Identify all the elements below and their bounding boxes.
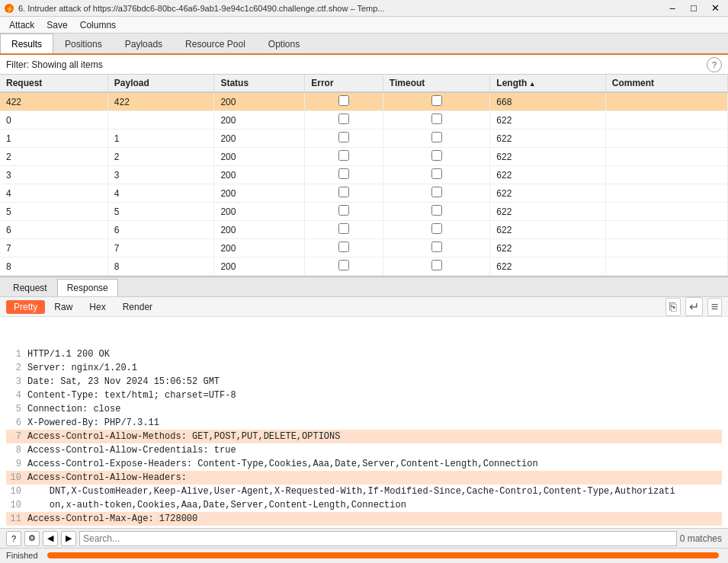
cell-timeout[interactable] — [383, 92, 489, 111]
tab-results[interactable]: Results — [0, 34, 53, 53]
cell-length: 622 — [490, 166, 605, 184]
table-row[interactable]: 3 3 200 622 — [0, 166, 728, 184]
cell-comment — [605, 221, 727, 239]
cell-error[interactable] — [305, 258, 383, 276]
table-row[interactable]: 2 2 200 622 — [0, 148, 728, 166]
cell-payload: 4 — [107, 184, 214, 203]
col-error[interactable]: Error — [305, 75, 383, 92]
table-row[interactable]: 5 5 200 622 — [0, 203, 728, 221]
cell-timeout[interactable] — [383, 221, 489, 239]
cell-timeout[interactable] — [383, 148, 489, 166]
table-row[interactable]: 422 422 200 668 — [0, 92, 728, 111]
cell-error[interactable] — [305, 148, 383, 166]
svg-text:⚡: ⚡ — [5, 5, 14, 14]
filter-help-button[interactable]: ? — [707, 57, 722, 72]
table-row[interactable]: 1 1 200 622 — [0, 130, 728, 148]
help-button[interactable]: ? — [6, 531, 21, 546]
table-row[interactable]: 8 8 200 622 — [0, 258, 728, 276]
line-content: Access-Control-Allow-Credentials: true — [27, 443, 722, 457]
cell-length: 622 — [490, 239, 605, 258]
cell-timeout[interactable] — [383, 258, 489, 276]
cell-status: 200 — [214, 221, 305, 239]
cell-timeout[interactable] — [383, 203, 489, 221]
back-button[interactable]: ◀ — [43, 531, 58, 546]
copy-tool-icon[interactable]: ⎘ — [665, 298, 681, 316]
cell-payload — [107, 111, 214, 130]
tab-options[interactable]: Options — [257, 34, 311, 53]
minimize-button[interactable]: – — [662, 2, 682, 15]
col-request[interactable]: Request — [0, 75, 107, 92]
menu-columns[interactable]: Columns — [74, 18, 122, 32]
cell-length: 622 — [490, 221, 605, 239]
cell-payload: 5 — [107, 203, 214, 221]
line-content: Access-Control-Max-Age: 1728000 — [27, 512, 722, 526]
tab-request[interactable]: Request — [3, 279, 57, 296]
cell-timeout[interactable] — [383, 130, 489, 148]
cell-timeout[interactable] — [383, 111, 489, 130]
col-payload[interactable]: Payload — [107, 75, 214, 92]
forward-button[interactable]: ▶ — [61, 531, 76, 546]
col-status[interactable]: Status — [214, 75, 305, 92]
col-length[interactable]: Length — [490, 75, 605, 92]
subtab-raw[interactable]: Raw — [47, 300, 80, 314]
cell-error[interactable] — [305, 92, 383, 111]
filterbar: Filter: Showing all items ? — [0, 55, 728, 75]
wrap-tool-icon[interactable]: ↵ — [685, 297, 703, 316]
tab-resource-pool[interactable]: Resource Pool — [174, 34, 257, 53]
subtab-render[interactable]: Render — [115, 300, 160, 314]
cell-error[interactable] — [305, 203, 383, 221]
subtab-pretty[interactable]: Pretty — [6, 300, 45, 314]
window-controls: – □ ✕ — [662, 2, 725, 15]
search-input[interactable] — [79, 531, 677, 546]
code-line: 10 DNT,X-CustomHeader,Keep-Alive,User-Ag… — [6, 485, 722, 498]
subtab-hex[interactable]: Hex — [82, 300, 113, 314]
cell-timeout[interactable] — [383, 166, 489, 184]
tab-payloads[interactable]: Payloads — [114, 34, 174, 53]
maximize-button[interactable]: □ — [684, 2, 704, 15]
rr-tabbar: Request Response — [0, 277, 728, 297]
menu-save[interactable]: Save — [40, 18, 73, 32]
line-number: 1 — [6, 347, 21, 361]
cell-comment — [605, 166, 727, 184]
line-content: X-Powered-By: PHP/7.3.11 — [27, 416, 722, 430]
tab-positions[interactable]: Positions — [53, 34, 114, 53]
cell-error[interactable] — [305, 166, 383, 184]
cell-status: 200 — [214, 184, 305, 203]
cell-status: 200 — [214, 166, 305, 184]
table-row[interactable]: 4 4 200 622 — [0, 184, 728, 203]
cell-request: 4 — [0, 184, 107, 203]
cell-length: 622 — [490, 203, 605, 221]
cell-error[interactable] — [305, 184, 383, 203]
col-comment[interactable]: Comment — [605, 75, 727, 92]
table-row[interactable]: 7 7 200 622 — [0, 239, 728, 258]
cell-comment — [605, 130, 727, 148]
code-line: 2Server: nginx/1.20.1 — [6, 361, 722, 375]
settings-button[interactable]: ⚙ — [24, 531, 40, 546]
code-line: 4Content-Type: text/html; charset=UTF-8 — [6, 389, 722, 402]
cell-payload: 2 — [107, 148, 214, 166]
menu-attack[interactable]: Attack — [3, 18, 40, 32]
cell-timeout[interactable] — [383, 184, 489, 203]
table-row[interactable]: 6 6 200 622 — [0, 221, 728, 239]
close-button[interactable]: ✕ — [705, 2, 725, 15]
app-icon: ⚡ — [3, 2, 15, 14]
line-content: Server: nginx/1.20.1 — [27, 361, 722, 375]
cell-status: 200 — [214, 203, 305, 221]
line-content: HTTP/1.1 200 OK — [27, 347, 722, 361]
cell-timeout[interactable] — [383, 239, 489, 258]
cell-error[interactable] — [305, 239, 383, 258]
table-row[interactable]: 0 200 622 — [0, 111, 728, 130]
col-timeout[interactable]: Timeout — [383, 75, 489, 92]
menu-tool-icon[interactable]: ≡ — [707, 298, 722, 316]
cell-request: 8 — [0, 258, 107, 276]
tab-response[interactable]: Response — [57, 279, 118, 296]
cell-error[interactable] — [305, 130, 383, 148]
cell-error[interactable] — [305, 221, 383, 239]
results-table: Request Payload Status Error Timeout Len… — [0, 75, 728, 277]
cell-error[interactable] — [305, 111, 383, 130]
filter-label: Filter: Showing all items — [6, 59, 707, 70]
table-body: 422 422 200 668 0 200 622 1 1 200 622 2 … — [0, 92, 728, 277]
titlebar: ⚡ 6. Intruder attack of https://a376bdc6… — [0, 0, 728, 17]
code-line: 6X-Powered-By: PHP/7.3.11 — [6, 416, 722, 430]
progress-bar — [47, 552, 719, 558]
